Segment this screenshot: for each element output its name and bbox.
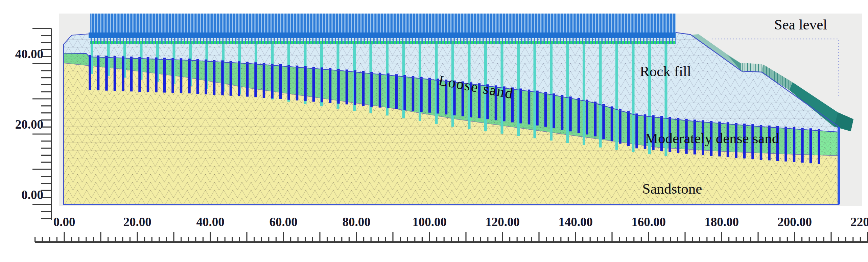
x-axis-label: 20.00 [123, 215, 151, 229]
stone-column-element [486, 84, 489, 119]
stone-column-element [263, 63, 265, 98]
stone-column-element [246, 62, 249, 97]
stone-column-element [627, 111, 630, 146]
stone-column-element [602, 104, 605, 139]
stone-column-element [611, 106, 613, 141]
x-axis-label: 0.00 [53, 215, 75, 229]
stone-column-element [578, 98, 580, 133]
stone-column-element [304, 66, 307, 101]
drain-element [665, 43, 667, 156]
stone-column-element [362, 71, 365, 106]
stone-column-element [205, 60, 207, 94]
stone-column-element [528, 90, 531, 125]
stone-column-element [370, 72, 373, 107]
stone-column-element [321, 67, 323, 102]
stone-column-element [652, 115, 655, 150]
drain-element [615, 43, 618, 150]
stone-column-element [271, 64, 274, 99]
stone-column-element [155, 58, 158, 92]
stone-column-element [147, 57, 149, 92]
x-axis-label: 180.00 [704, 215, 739, 229]
stone-column-element [594, 102, 597, 136]
drain-element [583, 43, 585, 145]
stone-column-element [445, 80, 448, 114]
stone-column-element [503, 86, 506, 121]
stone-column-element [114, 56, 116, 91]
stone-column-element [428, 78, 431, 113]
stone-column-element [660, 116, 663, 151]
stone-column-element [163, 58, 166, 93]
stone-column-element [677, 118, 680, 153]
stone-column-element [743, 124, 746, 158]
stone-column-element [412, 76, 415, 111]
stone-column-element [668, 117, 671, 152]
stone-column-element [644, 114, 647, 149]
stone-column-element [437, 79, 439, 113]
stone-column-element [254, 62, 257, 97]
stone-column-element [89, 55, 91, 90]
stone-column-element [776, 126, 779, 161]
stone-column-element [694, 119, 696, 154]
stone-column-element [536, 91, 539, 126]
drain-element [566, 43, 569, 143]
stone-column-element [751, 124, 754, 159]
stone-column-element [511, 87, 514, 122]
stone-column-element [710, 121, 713, 156]
stone-column-element [519, 89, 522, 124]
stone-column-element [635, 113, 638, 148]
stone-column-element [735, 123, 737, 158]
stone-column-element [105, 56, 108, 91]
stone-column-element [138, 57, 141, 92]
model-figure: 40.0020.000.000.0020.0040.0060.0080.0010… [0, 0, 868, 262]
stone-column-element [784, 127, 787, 161]
distributed-load-band [90, 14, 676, 32]
stone-column-element [793, 127, 796, 162]
y-axis-label: 20.00 [15, 117, 43, 131]
stone-column-element [122, 56, 124, 91]
stone-column-element [312, 67, 315, 102]
stone-column-element [478, 83, 481, 118]
drain-element [632, 43, 635, 152]
stone-column-element [238, 61, 240, 96]
drain-element [599, 43, 602, 148]
stone-column-element [453, 81, 456, 115]
x-axis-label: 100.00 [412, 215, 447, 229]
stone-column-element [171, 58, 174, 93]
stone-column-element [685, 119, 688, 154]
x-axis-label: 160.00 [631, 215, 666, 229]
drain-element [648, 43, 651, 154]
x-axis-label: 40.00 [196, 215, 224, 229]
stone-column-element [287, 65, 290, 100]
stone-column-element [130, 57, 133, 91]
cross-section-canvas: 40.0020.000.000.0020.0040.0060.0080.0010… [0, 0, 868, 262]
stone-column-element [619, 109, 621, 144]
stone-column-element [97, 56, 100, 90]
stone-column-element [495, 85, 497, 120]
stone-column-element [379, 73, 381, 108]
x-axis-label: 140.00 [558, 215, 593, 229]
load-plate-bar [89, 32, 676, 38]
stone-column-element [337, 69, 340, 104]
stone-column-element [403, 75, 406, 110]
x-axis-label: 220.00 [850, 215, 868, 229]
stone-column-element [196, 59, 199, 94]
stone-column-element [727, 122, 729, 157]
stone-column-element [586, 100, 588, 134]
x-axis-label: 120.00 [485, 215, 520, 229]
stone-column-element [329, 68, 332, 103]
drain-element [517, 43, 520, 136]
stone-column-element [561, 95, 564, 130]
stone-column-element [768, 126, 771, 160]
stone-column-element [718, 122, 721, 156]
y-axis-label: 0.00 [21, 188, 43, 202]
x-axis-label: 80.00 [342, 215, 370, 229]
drain-element [534, 43, 536, 138]
stone-column-element [818, 129, 820, 164]
y-axis-label: 40.00 [15, 47, 43, 61]
stone-column-element [553, 93, 555, 128]
drain-element [550, 43, 553, 140]
stone-column-element [702, 120, 704, 155]
stone-column-element [346, 69, 348, 104]
stone-column-element [296, 66, 299, 101]
stone-column-element [230, 61, 232, 96]
